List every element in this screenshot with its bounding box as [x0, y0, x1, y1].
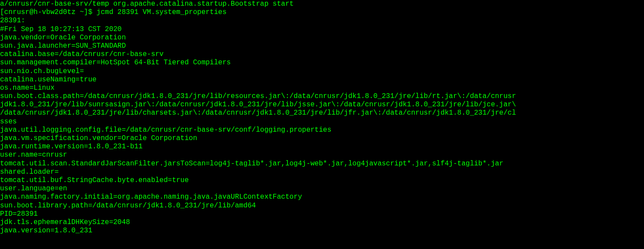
terminal-line: jdk1.8.0_231/jre/lib/sunrsasign.jar\:/da… [0, 101, 644, 109]
terminal-line: sun.boot.library.path=/data/cnrusr/jdk1.… [0, 202, 644, 210]
terminal-line: catalina.useNaming=true [0, 76, 644, 84]
terminal-line: java.runtime.version=1.8.0_231-b11 [0, 143, 644, 151]
terminal-line: java.vendor=Oracle Corporation [0, 34, 644, 42]
terminal-line: catalina.base=/data/cnrusr/cnr-base-srv [0, 50, 644, 59]
terminal-line: jdk.tls.ephemeralDHKeySize=2048 [0, 218, 644, 227]
terminal-line: tomcat.util.scan.StandardJarScanFilter.j… [0, 160, 644, 168]
terminal-line: 28391: [0, 17, 644, 25]
terminal-line: java.naming.factory.initial=org.apache.n… [0, 193, 644, 201]
terminal-line: #Fri Sep 18 10:27:13 CST 2020 [0, 25, 644, 34]
terminal-line: user.name=cnrusr [0, 151, 644, 159]
terminal-line: sun.java.launcher=SUN_STANDARD [0, 42, 644, 50]
terminal-line: java.version=1.8.0_231 [0, 227, 644, 235]
terminal-prompt-line: [cnrusr@h-vbw2d0tz ~]$ jcmd 28391 VM.sys… [0, 8, 644, 17]
terminal-line: tomcat.util.buf.StringCache.byte.enabled… [0, 176, 644, 185]
terminal-line: user.language=en [0, 185, 644, 193]
terminal-line: a/cnrusr/cnr-base-srv/temp org.apache.ca… [0, 0, 644, 8]
terminal-line: sun.management.compiler=HotSpot 64-Bit T… [0, 59, 644, 67]
terminal-line: java.vm.specification.vendor=Oracle Corp… [0, 134, 644, 143]
terminal-line: os.name=Linux [0, 84, 644, 92]
terminal-line: shared.loader= [0, 168, 644, 176]
terminal-line: sun.nio.ch.bugLevel= [0, 67, 644, 76]
terminal-line: sun.boot.class.path=/data/cnrusr/jdk1.8.… [0, 92, 644, 101]
terminal-line: sses [0, 118, 644, 126]
terminal-window[interactable]: a/cnrusr/cnr-base-srv/temp org.apache.ca… [0, 0, 644, 235]
terminal-line: java.util.logging.config.file=/data/cnru… [0, 126, 644, 134]
terminal-line: /data/cnrusr/jdk1.8.0_231/jre/lib/charse… [0, 109, 644, 117]
terminal-line: PID=28391 [0, 210, 644, 218]
